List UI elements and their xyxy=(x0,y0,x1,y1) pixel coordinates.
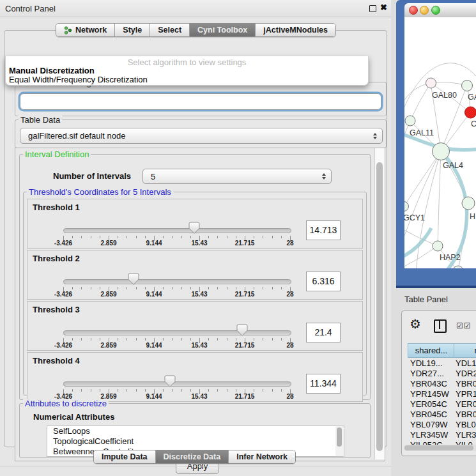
attribute-item-selfloops[interactable]: SelfLoops xyxy=(47,426,336,436)
network-node[interactable] xyxy=(404,202,409,211)
slider-track[interactable] xyxy=(63,279,291,284)
tab-discretize-data[interactable]: Discretize Data xyxy=(155,450,229,463)
table-row[interactable]: YER054CYER0 xyxy=(402,399,476,410)
vertical-scrollbar[interactable] xyxy=(374,148,385,459)
tab-jactivemnodules[interactable]: jActiveMNodules xyxy=(255,24,335,36)
slider-thumb[interactable] xyxy=(188,222,200,234)
attributes-list-scrollbar[interactable] xyxy=(335,426,344,457)
cell-name: YER0 xyxy=(456,399,476,409)
scrollbar-thumb[interactable] xyxy=(337,427,342,447)
slider-tick xyxy=(217,389,218,392)
columns-icon[interactable] xyxy=(434,319,447,333)
column-header-name[interactable]: n xyxy=(454,343,476,358)
slider-thumb[interactable] xyxy=(164,375,176,388)
slider-tick xyxy=(190,389,191,392)
cell-shared-name: YLR345W xyxy=(410,430,448,440)
slider-thumb[interactable] xyxy=(236,324,248,337)
gear-icon[interactable]: ⚙ xyxy=(410,316,421,332)
table-row[interactable]: YBL079WYBL0 xyxy=(402,420,476,430)
slider-track[interactable] xyxy=(63,381,291,387)
close-icon[interactable]: ✖ xyxy=(380,3,387,12)
tab-network[interactable]: Network xyxy=(56,24,114,36)
slider-tick xyxy=(208,389,209,392)
slider-tick-label: 2.859 xyxy=(100,342,116,349)
slider-tick xyxy=(81,338,82,341)
scrollbar-thumb[interactable] xyxy=(404,445,473,450)
network-graph: GAL80GACGAL11GAL4GCY1HHAP2 xyxy=(404,17,476,268)
tab-impute-data[interactable]: Impute Data xyxy=(94,450,155,463)
network-node[interactable] xyxy=(453,266,463,268)
cell-shared-name: YDR27... xyxy=(410,369,444,378)
network-node[interactable] xyxy=(433,143,450,160)
table-row[interactable]: YBR043CYBR0 xyxy=(402,379,476,389)
threshold-value-field[interactable]: 6.316 xyxy=(306,272,341,291)
slider-tick xyxy=(172,287,173,289)
number-of-intervals-combobox[interactable]: 5 xyxy=(142,169,332,184)
threshold-value-field[interactable]: 21.4 xyxy=(306,323,341,342)
network-node[interactable] xyxy=(426,78,436,88)
cell-name: YPR1 xyxy=(456,389,476,399)
attribute-item-topologicalcoefficient[interactable]: TopologicalCoefficient xyxy=(47,436,336,447)
slider-tick xyxy=(208,287,209,289)
slider-tick xyxy=(227,236,227,238)
slider-tick xyxy=(236,236,236,238)
stepper-arrows-icon xyxy=(322,173,326,180)
slider-tick xyxy=(145,389,146,392)
menu-item-manual-discretization[interactable]: Manual Discretization xyxy=(9,66,95,75)
tab-select[interactable]: Select xyxy=(150,24,189,36)
slider-track[interactable] xyxy=(63,228,291,233)
float-window-icon[interactable] xyxy=(369,5,376,12)
tab-label: Select xyxy=(158,26,181,35)
threshold-value-field[interactable]: 14.713 xyxy=(306,220,341,240)
slider-tick xyxy=(263,236,263,238)
slider-tick xyxy=(190,287,191,289)
slider-thumb[interactable] xyxy=(128,273,139,286)
zoom-traffic-light-icon[interactable] xyxy=(431,6,440,15)
network-node[interactable] xyxy=(462,197,475,210)
slider-tick xyxy=(118,287,118,289)
checkbox-icons[interactable]: ☑☑ xyxy=(456,321,472,330)
table-row[interactable]: YLR345WYLR3 xyxy=(402,430,476,440)
slider-tick xyxy=(208,338,209,341)
network-edge xyxy=(404,246,438,268)
scrollbar-thumb[interactable] xyxy=(376,162,383,451)
network-node[interactable] xyxy=(405,116,415,126)
tab-infer-network[interactable]: Infer Network xyxy=(228,450,295,463)
slider-tick xyxy=(254,236,254,238)
interval-definition-label: Interval Definition xyxy=(23,150,91,159)
threshold-panel-4: Threshold 4-3.4262.8599.14415.4321.71528… xyxy=(27,352,363,402)
threshold-panel-3: Threshold 3-3.4262.8599.14415.4321.71528… xyxy=(27,301,363,351)
table-row[interactable]: YDL19...YDL1 xyxy=(402,358,476,369)
table-row[interactable]: YDR27...YDR2 xyxy=(402,369,476,379)
threshold-panel-2: Threshold 2-3.4262.8599.14415.4321.71528… xyxy=(27,250,363,300)
slider-tick-label: 21.715 xyxy=(235,393,255,400)
slider-tick xyxy=(127,287,127,289)
thresholds-group-label: Threshold's Coordinates for 5 Intervals xyxy=(27,187,173,197)
slider-tick xyxy=(72,287,73,289)
close-traffic-light-icon[interactable] xyxy=(409,6,418,15)
tab-cyni-toolbox[interactable]: Cyni Toolbox xyxy=(189,24,255,36)
network-node[interactable] xyxy=(462,81,473,91)
network-node[interactable] xyxy=(465,107,476,118)
table-row[interactable]: YPR145WYPR1 xyxy=(402,389,476,399)
minimize-traffic-light-icon[interactable] xyxy=(420,6,429,15)
network-canvas[interactable]: GAL80GACGAL11GAL4GCY1HHAP2 xyxy=(404,17,476,268)
tab-label: Impute Data xyxy=(102,452,148,461)
tab-style[interactable]: Style xyxy=(114,24,150,36)
threshold-value-field[interactable]: 11.344 xyxy=(306,374,341,394)
slider-tick xyxy=(281,338,282,341)
table-data-combobox[interactable]: galFiltered.sif default node xyxy=(20,128,383,144)
network-node[interactable] xyxy=(433,241,443,251)
table-row[interactable]: YBR045CYBR0 xyxy=(402,410,476,420)
slider-tick xyxy=(100,389,100,392)
numerical-attributes-label: Numerical Attributes xyxy=(33,412,114,422)
column-header-shared[interactable]: shared... xyxy=(408,343,455,358)
slider-tick xyxy=(236,338,236,341)
tab-label: Infer Network xyxy=(236,452,288,461)
threshold-label: Threshold 1 xyxy=(33,203,80,212)
algorithm-combobox[interactable] xyxy=(20,93,381,110)
slider-tick xyxy=(72,236,73,238)
slider-track[interactable] xyxy=(63,330,291,335)
horizontal-scrollbar[interactable] xyxy=(404,445,476,451)
menu-item-equal-width-frequency[interactable]: Equal Width/Frequency Discretization xyxy=(9,75,148,84)
